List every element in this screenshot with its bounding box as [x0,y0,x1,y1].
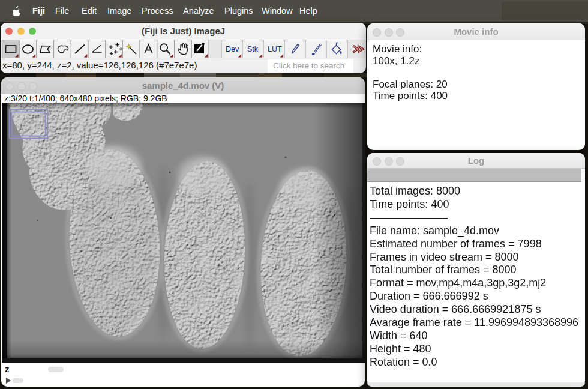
svg-text:LUT: LUT [268,45,282,53]
svg-text:Stk: Stk [247,45,259,53]
svg-text:Dev: Dev [226,45,239,53]
